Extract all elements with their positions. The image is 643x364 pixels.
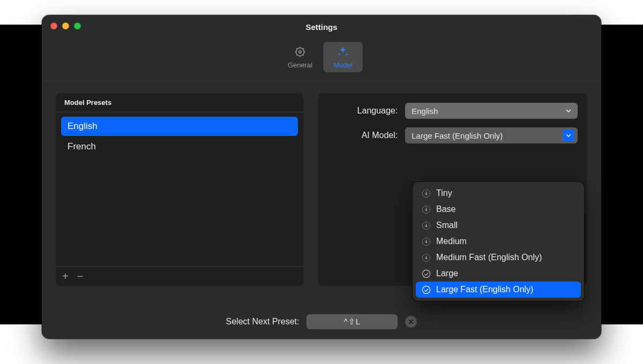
tab-general[interactable]: General xyxy=(280,42,320,72)
checkmark-circle-icon xyxy=(421,285,431,294)
language-value: English xyxy=(412,107,563,116)
option-label: Medium xyxy=(436,237,467,246)
chevron-down-icon xyxy=(563,105,574,117)
preset-list-actions: + − xyxy=(56,266,303,286)
option-label: Medium Fast (English Only) xyxy=(436,253,542,262)
ai-model-row: AI Model: Large Fast (English Only) xyxy=(328,127,578,143)
option-label: Large xyxy=(436,269,458,278)
preset-item-english[interactable]: English xyxy=(61,117,298,136)
select-next-preset-label: Select Next Preset: xyxy=(226,317,300,327)
background-stripe-right xyxy=(599,25,643,324)
ai-model-option-tiny[interactable]: Tiny xyxy=(416,185,581,201)
ai-model-option-large-fast[interactable]: Large Fast (English Only) xyxy=(416,282,581,298)
shortcut-field[interactable]: ^⇧L xyxy=(306,314,398,329)
download-icon xyxy=(421,237,431,246)
remove-preset-button[interactable]: − xyxy=(77,271,84,282)
preset-label: French xyxy=(68,141,96,151)
toolbar: General Model xyxy=(42,39,601,81)
svg-point-8 xyxy=(422,286,430,293)
tab-model[interactable]: Model xyxy=(323,42,363,72)
footer-row: Select Next Preset: ^⇧L xyxy=(42,314,601,329)
language-row: Language: English xyxy=(328,103,578,119)
preset-label: English xyxy=(68,121,98,131)
svg-point-1 xyxy=(299,51,301,53)
clear-shortcut-button[interactable] xyxy=(405,316,417,328)
titlebar: Settings xyxy=(42,15,601,39)
download-icon xyxy=(421,253,431,262)
language-select[interactable]: English xyxy=(405,103,578,119)
chevron-down-icon xyxy=(563,130,574,141)
close-icon xyxy=(408,318,414,325)
option-label: Base xyxy=(436,204,455,214)
checkmark-circle-icon xyxy=(421,269,431,278)
ai-model-option-small[interactable]: Small xyxy=(416,217,581,233)
close-window-button[interactable] xyxy=(50,22,57,29)
ai-model-option-base[interactable]: Base xyxy=(416,201,581,217)
gear-icon xyxy=(293,45,307,59)
ai-model-select[interactable]: Large Fast (English Only) xyxy=(405,127,578,143)
sparkle-icon xyxy=(336,45,350,59)
add-preset-button[interactable]: + xyxy=(62,271,69,282)
ai-model-option-medium-fast[interactable]: Medium Fast (English Only) xyxy=(416,249,581,266)
tab-label: General xyxy=(288,61,312,69)
model-presets-panel: Model Presets English French + − xyxy=(56,93,303,286)
minimize-window-button[interactable] xyxy=(62,22,69,29)
ai-model-value: Large Fast (English Only) xyxy=(412,131,563,140)
model-presets-header: Model Presets xyxy=(56,93,303,112)
preset-item-french[interactable]: French xyxy=(61,137,298,156)
option-label: Large Fast (English Only) xyxy=(436,285,533,294)
preset-list: English French xyxy=(56,112,303,266)
option-label: Small xyxy=(436,221,458,230)
svg-point-7 xyxy=(422,270,430,277)
ai-model-option-large[interactable]: Large xyxy=(416,266,581,282)
download-icon xyxy=(421,188,431,198)
zoom-window-button[interactable] xyxy=(74,22,81,29)
settings-window: Settings General Model xyxy=(42,15,601,339)
download-icon xyxy=(421,204,431,214)
ai-model-menu: Tiny Base Small Medium Medium Fast (Engl… xyxy=(413,182,584,301)
download-icon xyxy=(421,221,431,230)
ai-model-label: AI Model: xyxy=(328,131,398,140)
tab-label: Model xyxy=(333,61,352,69)
background-stripe-left xyxy=(0,25,44,324)
window-title: Settings xyxy=(305,22,337,32)
language-label: Language: xyxy=(328,106,398,116)
shortcut-value: ^⇧L xyxy=(344,317,361,327)
window-controls xyxy=(50,22,81,29)
svg-point-0 xyxy=(296,48,304,56)
ai-model-option-medium[interactable]: Medium xyxy=(416,233,581,249)
option-label: Tiny xyxy=(436,188,452,198)
